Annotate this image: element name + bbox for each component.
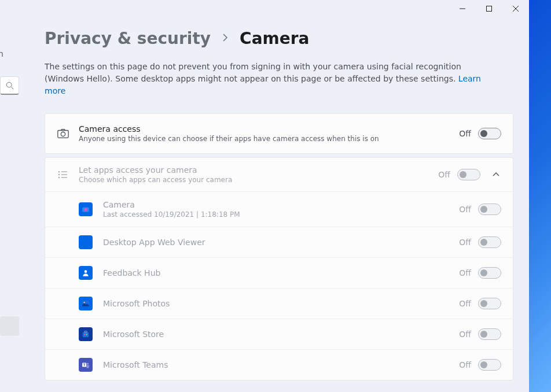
svg-text:T: T [83,363,86,367]
svg-point-1 [6,82,12,87]
svg-rect-12 [83,332,89,337]
app-name: Microsoft Photos [103,299,459,308]
app-state-label: Off [459,238,471,247]
app-icon [79,266,93,280]
camera-access-title: Camera access [79,124,459,134]
app-row[interactable]: Camera Last accessed 10/19/2021 | 1:18:1… [45,191,513,227]
breadcrumb-current: Camera [240,29,309,48]
minimize-button[interactable] [449,0,476,17]
camera-access-card[interactable]: Camera access Anyone using this device c… [45,113,513,154]
app-subtitle: Last accessed 10/19/2021 | 1:18:18 PM [103,210,459,219]
svg-rect-0 [487,6,492,12]
camera-access-toggle[interactable] [478,128,501,139]
app-icon [79,235,93,249]
chevron-up-icon [493,171,499,178]
app-row[interactable]: Microsoft Photos Off [45,288,513,319]
window-titlebar [449,0,529,17]
apps-access-title: Let apps access your camera [79,165,438,175]
svg-point-8 [84,208,87,212]
app-toggle[interactable] [478,204,501,215]
apps-access-header[interactable]: Let apps access your camera Choose which… [45,158,513,191]
close-button[interactable] [502,0,529,17]
content-area: Privacy & security Camera The settings o… [45,29,513,380]
app-row[interactable]: Feedback Hub Off [45,257,513,288]
breadcrumb: Privacy & security Camera [45,29,513,48]
sidebar-selected-item[interactable] [0,316,19,336]
list-icon [54,169,72,180]
app-state-label: Off [459,205,471,214]
sidebar: n [0,0,22,392]
svg-rect-13 [85,331,87,332]
app-toggle[interactable] [478,267,501,279]
svg-rect-2 [58,131,68,138]
app-name: Microsoft Teams [103,360,459,369]
maximize-button[interactable] [476,0,502,17]
page-description: The settings on this page do not prevent… [45,61,502,97]
app-icon [79,202,93,216]
app-name: Desktop App Web Viewer [103,238,459,247]
svg-point-18 [87,363,89,365]
app-name: Feedback Hub [103,268,459,278]
apps-list: Camera Last accessed 10/19/2021 | 1:18:1… [45,191,513,380]
close-icon [513,6,519,12]
chevron-right-icon [222,33,228,44]
camera-access-state-label: Off [459,129,471,138]
collapse-button[interactable] [487,171,505,178]
svg-point-3 [61,132,65,136]
settings-window: n Privacy & security Camera The settings… [0,0,529,392]
breadcrumb-parent[interactable]: Privacy & security [45,29,211,48]
camera-icon [54,127,72,140]
apps-access-toggle[interactable] [457,169,480,180]
app-toggle[interactable] [478,328,501,340]
svg-point-11 [84,302,85,303]
app-row[interactable]: Microsoft Store Off [45,319,513,349]
app-state-label: Off [459,299,471,308]
maximize-icon [486,6,492,12]
app-row[interactable]: T Microsoft Teams Off [45,349,513,380]
minimize-icon [460,6,465,12]
apps-access-state-label: Off [438,170,450,179]
app-name: Camera [103,200,459,209]
app-state-label: Off [459,330,471,339]
apps-access-card: Let apps access your camera Choose which… [45,157,513,380]
app-name: Microsoft Store [103,330,459,339]
search-input[interactable] [0,76,19,95]
svg-rect-14 [84,334,85,335]
svg-point-6 [58,177,60,178]
app-icon [79,297,93,310]
search-icon [6,82,14,90]
desktop-wallpaper-strip [529,0,551,392]
app-toggle[interactable] [478,359,501,371]
sidebar-truncated-label: n [0,49,3,58]
app-icon: T [79,358,93,372]
camera-access-subtitle: Anyone using this device can choose if t… [79,135,459,143]
svg-point-5 [58,174,60,175]
description-text: The settings on this page do not prevent… [45,62,461,83]
svg-rect-15 [86,334,87,335]
apps-access-subtitle: Choose which apps can access your camera [79,176,438,184]
svg-point-9 [85,270,87,273]
app-state-label: Off [459,268,471,278]
app-icon [79,327,93,341]
app-toggle[interactable] [478,298,501,309]
app-toggle[interactable] [478,236,501,248]
app-row[interactable]: Desktop App Web Viewer Off [45,227,513,257]
svg-point-4 [58,171,60,172]
app-state-label: Off [459,360,471,369]
